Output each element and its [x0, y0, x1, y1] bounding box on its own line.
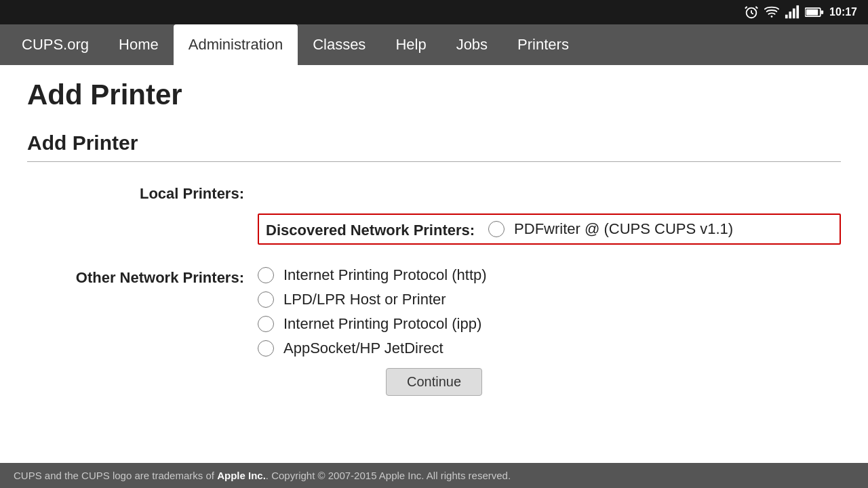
discovered-network-printers-row: Discovered Network Printers: PDFwriter @… — [258, 214, 841, 245]
footer-apple-link[interactable]: Apple Inc. — [217, 470, 266, 481]
label-ipp-http: Internet Printing Protocol (http) — [283, 266, 487, 284]
section-title: Add Printer — [27, 131, 841, 162]
option-ipp-http[interactable]: Internet Printing Protocol (http) — [258, 266, 487, 284]
radio-ipp[interactable] — [258, 316, 274, 332]
nav-bar: CUPS.org Home Administration Classes Hel… — [0, 24, 868, 65]
nav-item-help[interactable]: Help — [380, 24, 441, 65]
nav-item-administration[interactable]: Administration — [174, 24, 298, 65]
other-network-printers-options: Internet Printing Protocol (http) LPD/LP… — [258, 266, 487, 357]
alarm-icon — [744, 5, 759, 20]
radio-appsocket[interactable] — [258, 340, 274, 357]
svg-line-4 — [755, 7, 757, 9]
status-icons: 10:17 — [744, 5, 857, 20]
label-appsocket: AppSocket/HP JetDirect — [283, 340, 443, 357]
continue-button[interactable]: Continue — [386, 368, 482, 396]
svg-line-3 — [745, 7, 747, 9]
footer-text1: CUPS and the CUPS logo are trademarks of — [14, 470, 217, 481]
svg-rect-6 — [785, 15, 788, 18]
option-appsocket[interactable]: AppSocket/HP JetDirect — [258, 340, 487, 357]
svg-rect-12 — [821, 10, 824, 14]
discovered-printer-text: PDFwriter @ (CUPS CUPS v1.1) — [514, 220, 733, 238]
local-printers-row: Local Printers: — [27, 182, 841, 203]
nav-item-cups[interactable]: CUPS.org — [7, 24, 104, 65]
svg-rect-9 — [796, 5, 799, 18]
label-ipp: Internet Printing Protocol (ipp) — [283, 315, 481, 333]
nav-item-classes[interactable]: Classes — [298, 24, 380, 65]
discovered-printer-option[interactable]: PDFwriter @ (CUPS CUPS v1.1) — [488, 220, 733, 238]
page-title: Add Printer — [27, 79, 841, 111]
svg-rect-8 — [793, 9, 795, 19]
label-lpd: LPD/LPR Host or Printer — [283, 291, 446, 308]
local-printers-label: Local Printers: — [27, 182, 258, 203]
other-network-printers-label: Other Network Printers: — [27, 266, 258, 287]
option-ipp[interactable]: Internet Printing Protocol (ipp) — [258, 315, 487, 333]
svg-point-5 — [771, 16, 773, 18]
svg-rect-11 — [806, 9, 818, 16]
svg-line-2 — [751, 13, 753, 14]
discovered-printer-radio[interactable] — [488, 221, 505, 237]
radio-ipp-http[interactable] — [258, 267, 274, 283]
radio-lpd[interactable] — [258, 291, 274, 308]
footer-text2: . Copyright © 2007-2015 Apple Inc. All r… — [266, 470, 511, 481]
main-content: Add Printer Add Printer Local Printers: … — [0, 65, 868, 396]
battery-icon — [805, 5, 824, 20]
discovered-network-printers-label: Discovered Network Printers: — [266, 219, 488, 239]
signal-icon — [785, 5, 800, 20]
svg-rect-7 — [789, 12, 791, 18]
status-time: 10:17 — [829, 6, 857, 18]
option-lpd[interactable]: LPD/LPR Host or Printer — [258, 291, 487, 308]
status-bar: 10:17 — [0, 0, 868, 24]
nav-item-home[interactable]: Home — [104, 24, 174, 65]
nav-item-printers[interactable]: Printers — [502, 24, 584, 65]
wifi-icon — [764, 5, 779, 20]
nav-item-jobs[interactable]: Jobs — [441, 24, 502, 65]
other-network-printers-row: Other Network Printers: Internet Printin… — [27, 266, 841, 357]
continue-btn-row: Continue — [27, 368, 841, 396]
footer: CUPS and the CUPS logo are trademarks of… — [0, 463, 868, 488]
